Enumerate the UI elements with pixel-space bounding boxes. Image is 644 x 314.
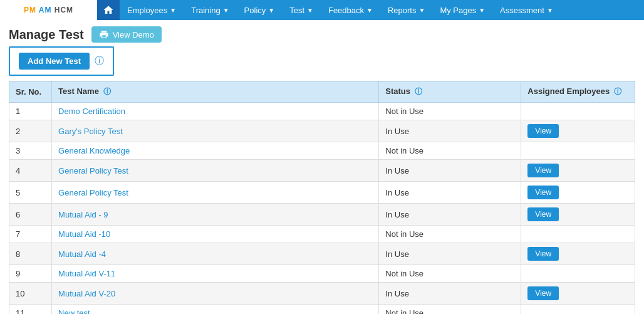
cell-sr: 11 (9, 305, 52, 315)
test-name-link[interactable]: Gary's Policy Test (58, 127, 123, 136)
cell-status: Not in Use (379, 142, 521, 160)
table-row: 1Demo CertificationNot in Use (9, 103, 635, 120)
table-body: 1Demo CertificationNot in Use2Gary's Pol… (9, 103, 635, 315)
page-header: Manage Test View Demo (0, 20, 644, 46)
table-container: Sr. No. Test Name ⓘ Status ⓘ Assigned Em… (0, 81, 644, 314)
cell-name[interactable]: Mutual Aid - 9 (52, 204, 379, 226)
cell-assigned: View (521, 182, 635, 204)
cell-sr: 2 (9, 120, 52, 142)
chevron-down-icon: ▼ (418, 7, 425, 14)
table-row: 10Mutual Aid V-20In UseView (9, 283, 635, 305)
col-header-sr: Sr. No. (9, 81, 52, 103)
view-button[interactable]: View (527, 164, 559, 177)
table-row: 6Mutual Aid - 9In UseView (9, 204, 635, 226)
cell-sr: 1 (9, 103, 52, 120)
cell-status: In Use (379, 182, 521, 204)
test-name-link[interactable]: Mutual Aid V-11 (58, 269, 115, 278)
cell-assigned (521, 142, 635, 160)
cell-name[interactable]: General Knowledge (52, 142, 379, 160)
cell-sr: 5 (9, 182, 52, 204)
cell-name[interactable]: Mutual Aid V-11 (52, 265, 379, 283)
chevron-down-icon: ▼ (307, 7, 313, 14)
cell-sr: 4 (9, 160, 52, 182)
cell-assigned (521, 265, 635, 283)
cell-status: Not in Use (379, 226, 521, 243)
cell-name[interactable]: Demo Certification (52, 103, 379, 120)
top-navigation: PM AM HCM Employees ▼ Training ▼ Policy … (0, 0, 644, 20)
nav-assessment[interactable]: Assessment ▼ (492, 0, 561, 20)
nav-policy[interactable]: Policy ▼ (237, 0, 283, 20)
chevron-down-icon: ▼ (170, 7, 176, 14)
test-name-link[interactable]: Mutual Aid -4 (58, 249, 106, 259)
cell-sr: 8 (9, 243, 52, 265)
cell-name[interactable]: Gary's Policy Test (52, 120, 379, 142)
tests-table: Sr. No. Test Name ⓘ Status ⓘ Assigned Em… (9, 81, 635, 314)
add-new-test-button[interactable]: Add New Test (19, 53, 90, 70)
view-button[interactable]: View (527, 286, 559, 300)
chevron-down-icon: ▼ (479, 7, 485, 14)
cell-name[interactable]: General Policy Test (52, 182, 379, 204)
nav-test[interactable]: Test ▼ (282, 0, 321, 20)
cell-assigned: View (521, 120, 635, 142)
help-icon-assigned[interactable]: ⓘ (614, 87, 621, 96)
cell-status: In Use (379, 120, 521, 142)
table-row: 8Mutual Aid -4In UseView (9, 243, 635, 265)
nav-employees[interactable]: Employees ▼ (120, 0, 184, 20)
view-demo-button[interactable]: View Demo (91, 26, 162, 43)
table-header-row: Sr. No. Test Name ⓘ Status ⓘ Assigned Em… (9, 81, 635, 103)
table-row: 5General Policy TestIn UseView (9, 182, 635, 204)
chevron-down-icon: ▼ (268, 7, 274, 14)
help-icon-name[interactable]: ⓘ (103, 87, 111, 96)
view-button[interactable]: View (527, 247, 559, 261)
view-button[interactable]: View (527, 207, 559, 221)
table-row: 3General KnowledgeNot in Use (9, 142, 635, 160)
logo-area: PM AM HCM (0, 0, 97, 20)
test-name-link[interactable]: Mutual Aid V-20 (58, 289, 115, 298)
page-title: Manage Test (9, 28, 84, 42)
nav-reports[interactable]: Reports ▼ (380, 0, 432, 20)
nav-mypages[interactable]: My Pages ▼ (432, 0, 492, 20)
nav-feedback[interactable]: Feedback ▼ (321, 0, 380, 20)
printer-icon (99, 29, 109, 39)
cell-name[interactable]: New test (52, 305, 379, 315)
table-row: 4General Policy TestIn UseView (9, 160, 635, 182)
test-name-link[interactable]: Mutual Aid - 9 (58, 210, 108, 219)
cell-sr: 3 (9, 142, 52, 160)
table-row: 11New testNot in Use (9, 305, 635, 315)
cell-status: Not in Use (379, 305, 521, 315)
cell-assigned (521, 103, 635, 120)
test-name-link[interactable]: General Knowledge (58, 146, 130, 155)
col-header-status: Status ⓘ (379, 81, 521, 103)
col-header-assigned: Assigned Employees ⓘ (521, 81, 635, 103)
test-name-link[interactable]: Demo Certification (58, 107, 125, 116)
cell-name[interactable]: Mutual Aid -10 (52, 226, 379, 243)
cell-status: Not in Use (379, 265, 521, 283)
test-name-link[interactable]: New test (58, 308, 90, 314)
table-row: 9Mutual Aid V-11Not in Use (9, 265, 635, 283)
help-icon-status[interactable]: ⓘ (415, 87, 422, 96)
cell-assigned (521, 305, 635, 315)
cell-status: In Use (379, 204, 521, 226)
col-header-name: Test Name ⓘ (52, 81, 379, 103)
cell-sr: 10 (9, 283, 52, 305)
help-icon[interactable]: ⓘ (95, 55, 104, 67)
toolbar: Add New Test ⓘ (9, 46, 114, 76)
test-name-link[interactable]: General Policy Test (58, 188, 128, 197)
cell-name[interactable]: General Policy Test (52, 160, 379, 182)
nav-training[interactable]: Training ▼ (184, 0, 236, 20)
view-button[interactable]: View (527, 186, 559, 199)
cell-name[interactable]: Mutual Aid V-20 (52, 283, 379, 305)
test-name-link[interactable]: General Policy Test (58, 166, 128, 175)
nav-items: Employees ▼ Training ▼ Policy ▼ Test ▼ F… (120, 0, 561, 20)
view-button[interactable]: View (527, 124, 559, 138)
table-row: 7Mutual Aid -10Not in Use (9, 226, 635, 243)
chevron-down-icon: ▼ (223, 7, 229, 14)
home-button[interactable] (97, 0, 120, 20)
test-name-link[interactable]: Mutual Aid -10 (58, 229, 110, 239)
chevron-down-icon: ▼ (547, 7, 553, 14)
cell-name[interactable]: Mutual Aid -4 (52, 243, 379, 265)
cell-status: In Use (379, 160, 521, 182)
table-row: 2Gary's Policy TestIn UseView (9, 120, 635, 142)
cell-status: In Use (379, 283, 521, 305)
cell-assigned: View (521, 204, 635, 226)
